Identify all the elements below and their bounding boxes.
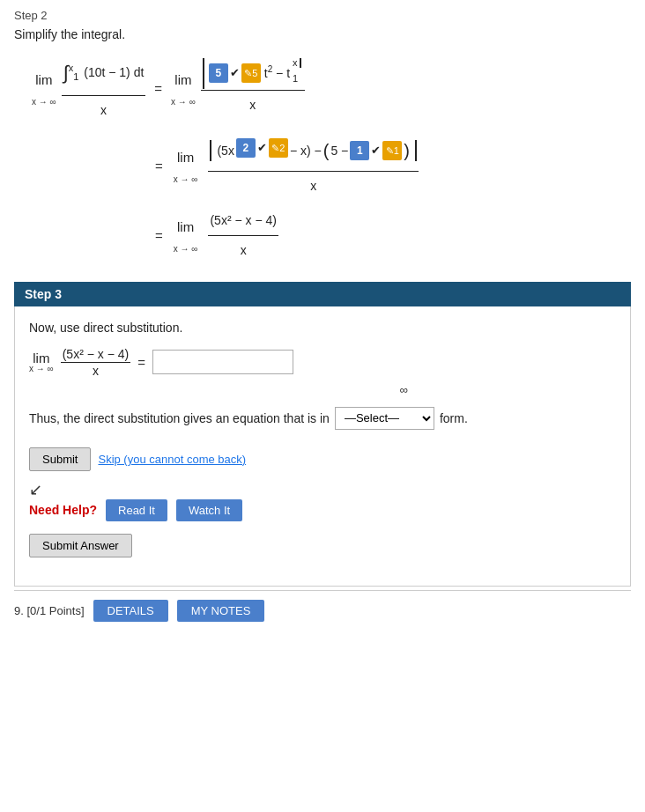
answer-input[interactable] (152, 350, 293, 374)
bottom-bar: 9. [0/1 Points] DETAILS MY NOTES (14, 590, 631, 622)
infinity-label: ∞ (192, 383, 616, 396)
details-button[interactable]: DETAILS (93, 600, 168, 622)
lim-keyword-3: lim x → ∞ (174, 143, 198, 189)
equals-2: = (155, 151, 163, 181)
lim-keyword-2: lim x → ∞ (171, 65, 196, 112)
equals-1: = (154, 74, 162, 103)
arrow-indicator: ↙ (29, 480, 616, 499)
submit-answer-button[interactable]: Submit Answer (29, 534, 132, 557)
read-it-button[interactable]: Read It (106, 499, 167, 521)
step2-instruction: Simplify the integral. (14, 27, 631, 41)
equals-4: = (137, 355, 145, 370)
limit-fraction-den: x (91, 363, 100, 378)
points-label: 9. [0/1 Points] (14, 604, 85, 617)
need-help-label: Need Help? (29, 503, 97, 517)
pencil-box-2[interactable]: ✎2 (269, 138, 288, 158)
substitution-row: Thus, the direct substitution gives an e… (29, 407, 616, 430)
pencil-box-1[interactable]: ✎1 (382, 141, 402, 160)
checked-box-5[interactable]: 5 (209, 63, 228, 83)
skip-button[interactable]: Skip (you cannot come back) (98, 453, 246, 466)
checked-box-1[interactable]: 1 (350, 141, 369, 160)
lim-keyword-5: lim x → ∞ (29, 351, 54, 373)
step3-body: Now, use direct substitution. lim x → ∞ … (14, 306, 631, 587)
checked-box-2[interactable]: 2 (236, 138, 256, 158)
step2-label: Step 2 (14, 9, 631, 22)
lim-keyword-4: lim x → ∞ (174, 212, 198, 259)
watch-it-button[interactable]: Watch It (176, 499, 242, 521)
final-denominator: x (239, 236, 248, 264)
my-notes-button[interactable]: MY NOTES (177, 600, 265, 622)
form-select[interactable]: —Select— indeterminate determinate 0/0 ∞… (335, 407, 434, 430)
submit-button[interactable]: Submit (29, 447, 91, 471)
substitution-suffix: form. (440, 411, 468, 425)
limit-fraction-num: (5x² − x − 4) (61, 347, 130, 363)
step3-instruction: Now, use direct substitution. (29, 321, 616, 335)
lim-keyword-1: lim x → ∞ (32, 65, 56, 112)
step3-header: Step 3 (14, 282, 631, 306)
final-numerator: (5x² − x − 4) (208, 207, 278, 236)
pencil-box-5[interactable]: ✎5 (241, 63, 261, 83)
fraction-evaluated: ​ 5 ✔ ✎5 t2 − t x 1 (201, 58, 305, 119)
equals-3: = (155, 221, 163, 250)
substitution-text: Thus, the direct substitution gives an e… (29, 411, 330, 425)
fraction-integral: ∫x1 (10t − 1) dt x (62, 52, 146, 124)
